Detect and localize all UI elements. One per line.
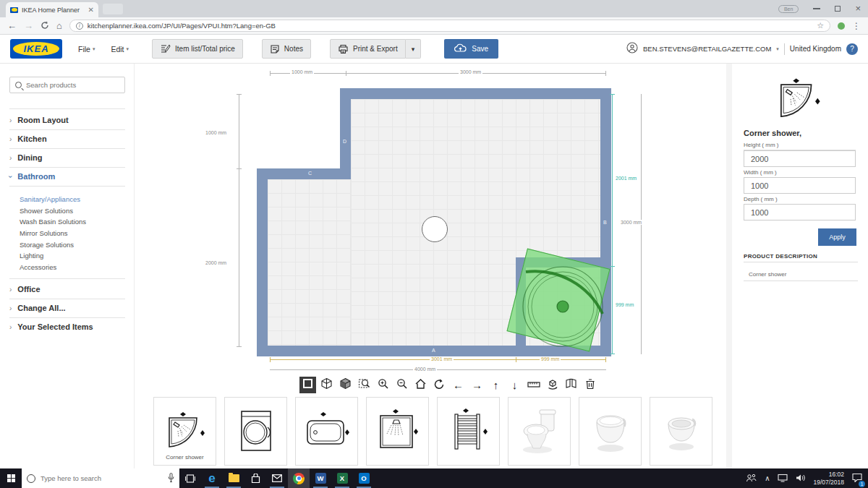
browser-tab[interactable]: IKEA Home Planner ✕	[6, 2, 98, 17]
product-card-towel-rail[interactable]	[437, 397, 500, 466]
sidebar-item-storage-solutions[interactable]: Storage Solutions	[20, 241, 125, 249]
close-icon[interactable]: ×	[855, 5, 861, 12]
sidebar-item-shower-solutions[interactable]: Shower Solutions	[20, 207, 125, 215]
height-input[interactable]	[744, 150, 856, 167]
wall-left[interactable]	[257, 168, 268, 356]
browser-menu-icon[interactable]: ⋮	[852, 22, 861, 30]
notes-button[interactable]: Notes	[262, 39, 311, 59]
product-card-wall-hung-toilet[interactable]	[579, 397, 642, 466]
move-left-button[interactable]: ←	[450, 377, 467, 393]
width-input[interactable]	[744, 177, 856, 194]
search-input[interactable]	[26, 81, 109, 89]
new-tab-button[interactable]	[103, 4, 123, 14]
taskbar-edge[interactable]: e	[201, 468, 223, 488]
help-button[interactable]: ?	[846, 43, 858, 55]
taskbar-store[interactable]	[244, 468, 266, 488]
zoom-out-button[interactable]	[393, 377, 410, 393]
3d-wireframe-button[interactable]	[318, 377, 335, 393]
sidebar-item-kitchen[interactable]: › Kitchen	[9, 134, 125, 143]
item-list-button[interactable]: Item list/Total price	[152, 39, 243, 59]
product-card-bidet[interactable]	[650, 397, 712, 466]
taskbar-excel[interactable]: X	[331, 468, 353, 488]
taskbar-clock[interactable]: 16:02 19/07/2018	[813, 471, 844, 486]
taskbar-outlook[interactable]: O	[353, 468, 375, 488]
wall-top[interactable]	[340, 88, 611, 99]
canvas-scrollbar[interactable]	[726, 64, 732, 468]
taskbar-word[interactable]: W	[310, 468, 331, 488]
room-floor-extension[interactable]	[268, 179, 351, 346]
rotate-object-button[interactable]	[544, 377, 561, 393]
product-card-shower-enclosure[interactable]	[366, 397, 429, 466]
sidebar-item-change-all[interactable]: › Change All...	[9, 304, 125, 312]
chevron-down-icon[interactable]: ▾	[776, 46, 779, 52]
move-down-button[interactable]: ↓	[506, 377, 523, 393]
forward-icon[interactable]: →	[24, 21, 33, 30]
sidebar-item-office[interactable]: › Office	[9, 285, 125, 294]
account-email[interactable]: BEN.STEVENS@RETAILGAZETTE.COM	[643, 45, 771, 53]
url-field[interactable]: i kitchenplanner.ikea.com/JP/UI/Pages/VP…	[69, 20, 830, 32]
sidebar-item-accessories[interactable]: Accessories	[20, 263, 125, 271]
sidebar-item-room-layout[interactable]: › Room Layout	[9, 116, 125, 124]
taskbar-search-input[interactable]	[41, 474, 163, 482]
task-view-button[interactable]	[179, 468, 201, 488]
product-card-bathtub[interactable]	[295, 397, 358, 466]
apply-button[interactable]: Apply	[818, 228, 856, 246]
extension-icon[interactable]	[838, 22, 845, 30]
people-icon[interactable]	[746, 472, 757, 485]
chrome-profile-badge[interactable]: Ben	[778, 5, 799, 13]
sidebar-item-bathroom[interactable]: › Bathroom	[9, 172, 125, 181]
volume-icon[interactable]	[796, 472, 805, 485]
taskbar-chrome[interactable]	[288, 468, 310, 488]
delete-button[interactable]	[582, 377, 598, 393]
walkthrough-button[interactable]	[563, 377, 579, 393]
taskbar-mail[interactable]	[266, 468, 288, 488]
floor-drain[interactable]	[422, 216, 448, 242]
save-button[interactable]: Save	[444, 39, 498, 59]
taskbar-file-explorer[interactable]	[223, 468, 244, 488]
sidebar-item-your-selected-items[interactable]: › Your Selected Items	[9, 322, 125, 331]
taskbar-search[interactable]	[22, 468, 179, 488]
wall-notch-horizontal[interactable]	[257, 168, 351, 179]
bookmark-star-icon[interactable]: ☆	[817, 21, 824, 30]
maximize-icon[interactable]	[835, 6, 841, 12]
depth-input[interactable]	[744, 204, 856, 221]
move-up-button[interactable]: ↑	[488, 377, 504, 393]
product-search[interactable]	[9, 77, 125, 93]
print-export-button[interactable]: Print & Export	[330, 39, 406, 59]
tab-close-icon[interactable]: ✕	[88, 6, 94, 14]
network-icon[interactable]	[778, 472, 788, 485]
product-label: Corner shower	[154, 454, 216, 461]
ikea-logo[interactable]: IKEA	[10, 39, 62, 59]
product-card-washing-machine[interactable]	[224, 397, 287, 466]
2d-view-button[interactable]	[299, 377, 316, 393]
country-selector[interactable]: United Kingdom	[790, 45, 841, 53]
print-export-dropdown[interactable]: ▾	[406, 39, 422, 59]
floor-plan-canvas[interactable]: A B C D 1000 mm 3000 mm 1000 mm 2000 mm	[135, 64, 733, 468]
3d-solid-button[interactable]	[337, 377, 354, 393]
rotate-view-button[interactable]	[431, 377, 448, 393]
page-info-icon[interactable]: i	[76, 22, 83, 30]
microphone-icon[interactable]	[168, 472, 174, 485]
tray-expand-icon[interactable]: ∧	[765, 474, 770, 482]
move-right-button[interactable]: →	[469, 377, 485, 393]
zoom-in-button[interactable]	[375, 377, 391, 393]
product-card-toilet[interactable]	[508, 397, 571, 466]
measure-button[interactable]	[525, 377, 542, 393]
sidebar-item-sanitary-appliances[interactable]: Sanitary/Appliances	[20, 195, 125, 203]
home-icon[interactable]: ⌂	[56, 21, 62, 30]
product-card-corner-shower[interactable]: Corner shower	[153, 397, 216, 466]
sidebar-item-wash-basin-solutions[interactable]: Wash Basin Solutions	[20, 218, 125, 226]
wall-notch-vertical[interactable]	[340, 88, 351, 179]
sidebar-item-mirror-solutions[interactable]: Mirror Solutions	[20, 229, 125, 237]
file-menu[interactable]: File▾	[78, 45, 95, 53]
zoom-selection-button[interactable]	[356, 377, 373, 393]
sidebar-item-lighting[interactable]: Lighting	[20, 252, 125, 260]
edit-menu[interactable]: Edit▾	[111, 45, 129, 53]
minimize-icon[interactable]	[813, 8, 820, 9]
start-button[interactable]	[0, 468, 22, 488]
action-center-button[interactable]: 1	[852, 472, 862, 485]
reload-icon[interactable]	[41, 20, 49, 33]
home-view-button[interactable]	[412, 377, 429, 393]
sidebar-item-dining[interactable]: › Dining	[9, 153, 125, 162]
back-icon[interactable]: ←	[7, 21, 17, 30]
